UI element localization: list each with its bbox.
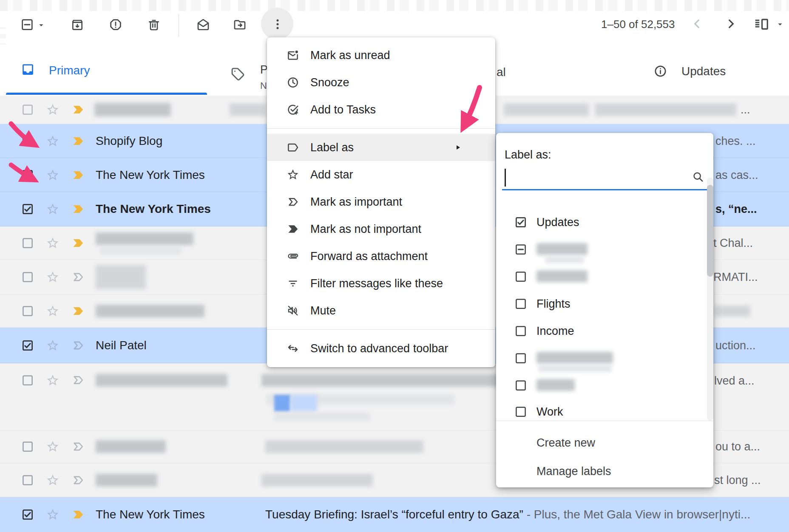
blurred-subject bbox=[261, 374, 504, 387]
email-row-12[interactable]: The New York Times Tuesday Briefing: Isr… bbox=[0, 497, 789, 532]
importance-marker-off[interactable] bbox=[71, 440, 85, 453]
importance-marker-on[interactable] bbox=[71, 237, 85, 250]
label-option-flights[interactable]: Flights bbox=[496, 290, 713, 317]
importance-marker-on[interactable] bbox=[71, 203, 85, 216]
importance-marker-on[interactable] bbox=[71, 168, 85, 181]
popup-divider bbox=[496, 421, 713, 421]
pagination-label: 1–50 of 52,553 bbox=[601, 18, 675, 31]
create-new-label-button[interactable]: Create new bbox=[536, 436, 595, 450]
star-icon[interactable] bbox=[46, 168, 60, 182]
label-option-updates[interactable]: Updates bbox=[496, 209, 713, 236]
tab-social-label-fragment[interactable]: al bbox=[497, 65, 506, 79]
split-pane-button[interactable] bbox=[753, 16, 769, 32]
row-checkbox-checked[interactable] bbox=[21, 339, 34, 352]
manage-labels-button[interactable]: Manage labels bbox=[536, 465, 611, 478]
label-option-blurred-1[interactable] bbox=[496, 236, 713, 263]
row-checkbox-checked[interactable] bbox=[21, 169, 34, 181]
row-checkbox[interactable] bbox=[21, 237, 34, 249]
label-option-income[interactable]: Income bbox=[496, 317, 713, 345]
menu-item-add-to-tasks[interactable]: Add to Tasks bbox=[267, 96, 495, 123]
menu-item-switch-toolbar[interactable]: Switch to advanced toolbar bbox=[267, 335, 495, 362]
text-cursor bbox=[505, 169, 506, 187]
row-checkbox[interactable] bbox=[21, 305, 34, 317]
star-icon[interactable] bbox=[46, 508, 60, 521]
sender-name: The New York Times bbox=[96, 202, 211, 216]
snippet-fragment: st long ... bbox=[714, 473, 761, 487]
more-options-button[interactable] bbox=[271, 17, 284, 31]
label-option-work[interactable]: Work bbox=[496, 398, 713, 421]
delete-button[interactable] bbox=[147, 18, 161, 31]
star-icon[interactable] bbox=[46, 339, 60, 352]
star-icon[interactable] bbox=[46, 304, 60, 318]
row-checkbox-checked[interactable] bbox=[21, 508, 34, 521]
label-option-blurred-2[interactable] bbox=[496, 263, 713, 290]
mute-icon bbox=[287, 304, 299, 317]
older-page-button[interactable] bbox=[724, 17, 738, 31]
menu-item-filter-messages[interactable]: Filter messages like these bbox=[267, 270, 495, 297]
mark-as-read-button[interactable] bbox=[196, 18, 210, 31]
row-checkbox[interactable] bbox=[21, 103, 34, 116]
star-icon[interactable] bbox=[46, 236, 60, 250]
tab-updates[interactable]: Updates bbox=[638, 45, 757, 93]
importance-marker-off[interactable] bbox=[71, 473, 85, 487]
menu-item-forward-as-attachment[interactable]: Forward as attachment bbox=[267, 243, 495, 270]
toolbar-divider bbox=[179, 14, 179, 37]
menu-item-mark-as-unread[interactable]: Mark as unread bbox=[267, 42, 495, 69]
blurred-sender bbox=[96, 232, 193, 245]
star-icon[interactable] bbox=[46, 134, 60, 148]
importance-marker-on[interactable] bbox=[71, 103, 85, 116]
menu-item-label: Label as bbox=[310, 141, 354, 154]
popup-scrollbar-thumb[interactable] bbox=[707, 185, 713, 277]
row-checkbox[interactable] bbox=[21, 374, 34, 387]
newer-page-button[interactable] bbox=[690, 17, 704, 31]
select-all-checkbox[interactable] bbox=[20, 18, 34, 31]
row-checkbox[interactable] bbox=[21, 440, 34, 453]
star-icon[interactable] bbox=[46, 440, 60, 453]
importance-marker-off[interactable] bbox=[71, 374, 85, 387]
importance-marker-off[interactable] bbox=[71, 339, 85, 352]
label-search-input[interactable] bbox=[502, 167, 709, 189]
importance-marker-on[interactable] bbox=[71, 508, 85, 521]
star-icon[interactable] bbox=[46, 202, 60, 216]
star-icon[interactable] bbox=[46, 103, 60, 116]
top-noise-band bbox=[0, 0, 789, 11]
row-checkbox-checked[interactable] bbox=[21, 135, 34, 147]
menu-item-label: Snooze bbox=[310, 76, 349, 89]
menu-item-mute[interactable]: Mute bbox=[267, 297, 495, 324]
archive-button[interactable] bbox=[71, 18, 84, 31]
report-spam-button[interactable] bbox=[109, 18, 122, 31]
menu-item-mark-as-important[interactable]: Mark as important bbox=[267, 188, 495, 215]
snippet-fragment: as cas... bbox=[715, 168, 758, 181]
label-name: Income bbox=[536, 325, 574, 338]
sender-name: The New York Times bbox=[96, 508, 205, 521]
blurred-label-line2 bbox=[545, 256, 584, 263]
row-checkbox-checked[interactable] bbox=[21, 203, 34, 215]
submenu-arrow-icon bbox=[453, 142, 463, 153]
blurred-sender bbox=[94, 103, 171, 116]
menu-item-label: Mute bbox=[310, 304, 336, 317]
row-checkbox[interactable] bbox=[21, 474, 34, 487]
menu-item-snooze[interactable]: Snooze bbox=[267, 69, 495, 96]
email-subject-line: Tuesday Briefing: Israel’s “forceful ent… bbox=[265, 508, 750, 521]
star-icon[interactable] bbox=[46, 473, 60, 487]
row-checkbox[interactable] bbox=[21, 271, 34, 283]
inbox-icon bbox=[21, 62, 35, 76]
label-option-blurred-4[interactable] bbox=[496, 372, 713, 399]
importance-marker-off[interactable] bbox=[71, 271, 85, 284]
menu-item-add-star[interactable]: Add star bbox=[267, 161, 495, 188]
tab-primary[interactable]: Primary bbox=[0, 45, 207, 93]
label-option-blurred-3[interactable] bbox=[496, 345, 713, 372]
add-task-icon bbox=[287, 103, 299, 116]
split-pane-dropdown-icon[interactable] bbox=[775, 20, 785, 29]
menu-item-label-as[interactable]: Label as bbox=[267, 134, 495, 161]
importance-marker-on[interactable] bbox=[71, 134, 85, 147]
star-icon[interactable] bbox=[46, 374, 60, 387]
move-to-button[interactable] bbox=[233, 18, 247, 31]
tab-promotions[interactable]: P N bbox=[221, 45, 272, 93]
select-dropdown-icon[interactable] bbox=[37, 20, 46, 30]
menu-item-mark-as-not-important[interactable]: Mark as not important bbox=[267, 215, 495, 243]
star-icon[interactable] bbox=[46, 270, 60, 284]
menu-item-label: Forward as attachment bbox=[310, 250, 428, 263]
importance-marker-on[interactable] bbox=[71, 304, 85, 317]
checkbox-empty-icon bbox=[514, 270, 527, 283]
